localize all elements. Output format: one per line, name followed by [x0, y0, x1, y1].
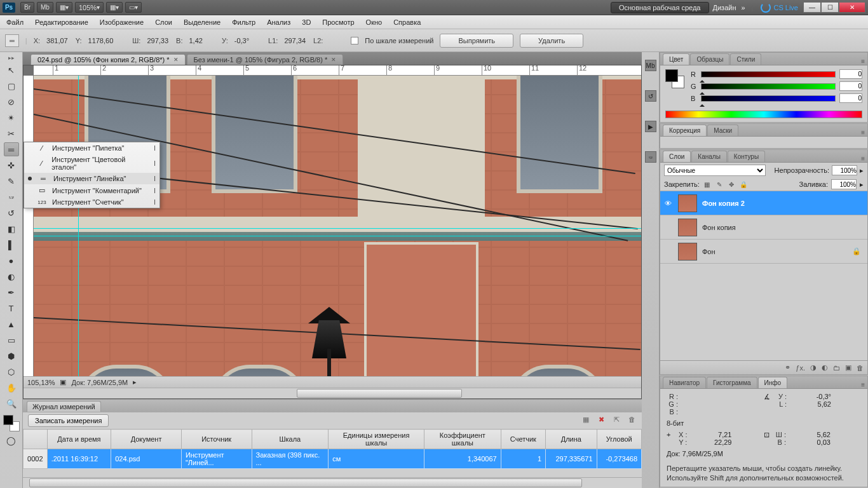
3d-tool[interactable]: ⬢ [4, 349, 19, 363]
table-row[interactable]: 0002 .2011 16:39:12 024.psd Инструмент "… [24, 449, 642, 469]
straighten-button[interactable]: Выпрямить [440, 34, 513, 48]
lock-all-icon[interactable]: 🔒 [739, 180, 748, 189]
dock-actions-icon[interactable]: ▶ [645, 121, 656, 132]
color-swatch-pair[interactable] [665, 69, 684, 88]
dodge-tool[interactable]: ◐ [4, 269, 19, 283]
type-tool[interactable]: T [4, 301, 19, 315]
vertical-guide[interactable] [78, 76, 79, 376]
horizontal-ruler[interactable]: 123456789101112 [34, 65, 641, 76]
flyout-eyedropper[interactable]: ⁄Инструмент "Пипетка"I [24, 142, 159, 154]
layer-thumbnail[interactable] [678, 243, 697, 261]
menu-3d[interactable]: 3D [302, 18, 311, 26]
flyout-count[interactable]: 123Инструмент "Счетчик"I [24, 196, 159, 208]
new-layer-icon[interactable]: ▣ [845, 363, 851, 372]
tab-adjustments[interactable]: Коррекция [663, 125, 707, 136]
move-tool[interactable]: ↖ [4, 63, 19, 77]
tab-navigator[interactable]: Навигатор [663, 377, 706, 388]
lock-position-icon[interactable]: ✥ [727, 180, 736, 189]
menu-filter[interactable]: Фильтр [232, 18, 255, 26]
canvas[interactable] [34, 76, 641, 376]
close-icon[interactable]: ✕ [331, 57, 336, 63]
adjustment-layer-icon[interactable]: ◐ [822, 363, 828, 372]
r-input[interactable] [839, 69, 862, 79]
minibridge-button[interactable]: Mb [37, 2, 53, 13]
zoom-level-dropdown[interactable]: 105% ▾ [75, 2, 104, 13]
hand-tool[interactable]: ✋ [4, 381, 19, 395]
lasso-tool[interactable]: ⊘ [4, 95, 19, 109]
layer-thumbnail[interactable] [678, 219, 697, 236]
vertical-ruler[interactable] [24, 76, 34, 376]
menu-analysis[interactable]: Анализ [267, 18, 290, 26]
blur-tool[interactable]: ● [4, 254, 19, 268]
canvas-zoom-field[interactable]: 105,13% [27, 379, 55, 386]
trash-icon[interactable]: 🗑 [627, 416, 637, 426]
flyout-color-sampler[interactable]: ⁄Инструмент "Цветовой эталон"I [24, 154, 159, 173]
crop-tool[interactable]: ✂ [4, 126, 19, 140]
menu-layer[interactable]: Слои [155, 18, 172, 26]
layer-mask-icon[interactable]: ◑ [810, 363, 817, 372]
menu-select[interactable]: Выделение [184, 18, 220, 26]
deselect-icon[interactable]: ✖ [596, 416, 606, 426]
panel-menu-icon[interactable]: ≡ [861, 58, 865, 65]
layer-group-icon[interactable]: 🗀 [833, 364, 840, 372]
ruler-line[interactable] [34, 228, 641, 229]
flyout-ruler[interactable]: ═Инструмент "Линейка"I [24, 173, 159, 184]
shape-tool[interactable]: ▭ [4, 333, 19, 347]
workspace-secondary-button[interactable]: Дизайн [713, 4, 736, 11]
layer-name[interactable]: Фон копия 2 [702, 200, 745, 207]
menu-window[interactable]: Окно [366, 18, 383, 26]
cs-live-button[interactable]: CS Live [761, 3, 798, 13]
b-slider[interactable] [701, 95, 836, 102]
layer-fx-icon[interactable]: ƒx. [796, 364, 805, 372]
r-slider[interactable] [701, 71, 836, 78]
close-button[interactable]: ✕ [839, 2, 865, 13]
zoom-tool[interactable]: 🔍 [4, 396, 19, 410]
path-select-tool[interactable]: ▲ [4, 317, 19, 331]
mlog-scrollbar[interactable] [23, 477, 642, 488]
bridge-button[interactable]: Br [20, 2, 34, 13]
menu-file[interactable]: Файл [6, 18, 24, 26]
opacity-input[interactable] [832, 165, 857, 175]
fill-input[interactable] [831, 179, 857, 189]
use-measurement-scale-checkbox[interactable] [351, 37, 358, 44]
view-extras-button[interactable]: ▦▾ [56, 2, 72, 13]
tab-styles[interactable]: Стили [730, 53, 761, 65]
panel-menu-icon[interactable]: ≡ [861, 155, 865, 162]
preview-icon[interactable]: ▣ [60, 378, 66, 386]
eraser-tool[interactable]: ◧ [4, 222, 19, 236]
menu-view[interactable]: Просмотр [322, 18, 354, 26]
stamp-tool[interactable]: ⎃ [4, 190, 19, 204]
3d-camera-tool[interactable]: ⬡ [4, 365, 19, 379]
gradient-tool[interactable]: ▌ [4, 238, 19, 252]
document-tab-active[interactable]: 024.psd @ 105% (Фон копия 2, RGB/8*) *✕ [31, 54, 186, 65]
menu-help[interactable]: Справка [393, 18, 421, 26]
visibility-icon[interactable]: 👁 [663, 200, 673, 207]
measurement-log-tab[interactable]: Журнал измерений [27, 401, 101, 412]
select-all-icon[interactable]: ▦ [581, 416, 591, 426]
foreground-background-swatch[interactable] [3, 415, 20, 431]
marquee-tool[interactable]: ▢ [4, 79, 19, 93]
layer-name[interactable]: Фон [702, 248, 715, 255]
dock-presets-icon[interactable]: ⎃ [645, 151, 656, 163]
pen-tool[interactable]: ✒ [4, 285, 19, 299]
maximize-button[interactable]: ☐ [821, 2, 839, 13]
healing-tool[interactable]: ✜ [4, 158, 19, 172]
link-layers-icon[interactable]: ⚭ [785, 363, 790, 372]
eyedropper-tool[interactable]: ═ [4, 142, 19, 156]
screen-mode-button[interactable]: ▭▾ [125, 2, 142, 13]
layer-name[interactable]: Фон копия [702, 224, 736, 231]
workspace-primary-button[interactable]: Основная рабочая среда [611, 2, 709, 13]
quickmask-toggle[interactable]: ◯ [4, 433, 19, 447]
horizontal-guide[interactable] [34, 236, 641, 236]
lock-transparent-icon[interactable]: ▦ [703, 180, 712, 189]
menu-image[interactable]: Изображение [100, 18, 144, 26]
flyout-note[interactable]: ▭Инструмент "Комментарий"I [24, 184, 159, 196]
history-brush-tool[interactable]: ↺ [4, 206, 19, 220]
close-icon[interactable]: ✕ [173, 57, 179, 63]
horizontal-scrollbar[interactable] [24, 388, 641, 398]
blend-mode-select[interactable]: Обычные [664, 165, 766, 176]
g-input[interactable] [839, 81, 862, 91]
tab-color[interactable]: Цвет [663, 53, 689, 65]
g-slider[interactable] [701, 83, 836, 90]
document-tab-inactive[interactable]: Без имени-1 @ 105% (Фигура 2, RGB/8) *✕ [187, 54, 344, 65]
